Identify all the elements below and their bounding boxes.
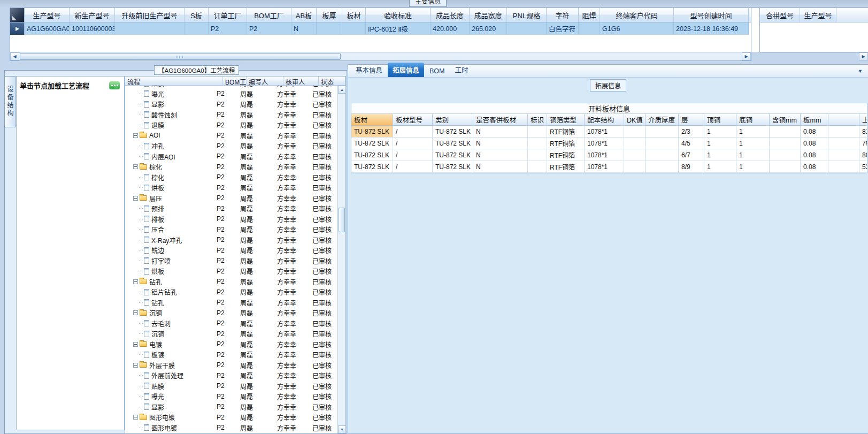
tree-row[interactable]: 铝片钻孔P2周磊方幸幸已审核 <box>125 287 337 298</box>
tree-row[interactable]: 烘板P2周磊方幸幸已审核 <box>125 182 337 193</box>
material-cell[interactable]: 1 <box>704 138 736 149</box>
material-cell[interactable]: 80 <box>859 149 867 161</box>
material-cell[interactable] <box>770 126 801 138</box>
column-header[interactable]: 合拼型号 <box>760 8 800 22</box>
tree-row[interactable]: 压合P2周磊方幸幸已审核 <box>125 224 337 235</box>
material-column-header[interactable]: 介质厚度 <box>646 114 679 126</box>
material-cell[interactable]: 4/5 <box>679 138 704 149</box>
material-column-header[interactable]: 类别 <box>433 114 473 126</box>
column-header[interactable]: 订单工厂 <box>209 8 247 22</box>
column-header[interactable]: PNL规格 <box>507 8 547 22</box>
tree-row[interactable]: 棕化P2周磊方幸幸已审核 <box>125 162 337 172</box>
material-column-header[interactable]: 顶铜 <box>704 114 736 126</box>
material-cell[interactable]: / <box>393 161 433 173</box>
grid-cell[interactable]: 白色字符 <box>547 22 579 35</box>
material-cell[interactable]: 1 <box>736 138 770 149</box>
material-cell[interactable] <box>646 161 679 173</box>
material-cell[interactable]: N <box>473 138 528 149</box>
tree-row[interactable]: 沉铜P2周磊方幸幸已审核 <box>125 308 337 318</box>
material-cell[interactable] <box>828 126 859 138</box>
material-cell[interactable]: 0.08 <box>801 149 828 161</box>
material-cell[interactable]: TU-872 SLK <box>351 126 393 138</box>
material-cell[interactable]: 0.08 <box>801 126 828 138</box>
collapse-icon[interactable] <box>133 363 138 368</box>
column-header[interactable]: 验收标准 <box>366 8 431 22</box>
grid-corner-select-all-icon[interactable] <box>10 8 25 22</box>
material-column-header[interactable] <box>828 114 859 126</box>
column-header[interactable]: 升级前旧生产型号 <box>115 8 185 22</box>
material-column-header[interactable]: 上 <box>859 114 867 126</box>
grid-cell[interactable] <box>317 22 342 35</box>
section-label-tab[interactable]: 拓展信息 <box>590 79 626 92</box>
material-cell[interactable]: TU-872 SLK <box>351 161 393 173</box>
grid-cell[interactable]: N <box>291 22 317 35</box>
tree-row[interactable]: 贴膜P2周磊方幸幸已审核 <box>125 381 337 392</box>
tab-拓展信息[interactable]: 拓展信息 <box>388 63 424 77</box>
material-cell[interactable] <box>828 149 859 161</box>
grid-cell[interactable]: IPC-6012 Ⅱ级 <box>366 22 431 35</box>
material-cell[interactable]: N <box>473 126 528 138</box>
grid-cell[interactable]: P2 <box>247 22 291 35</box>
material-cell[interactable]: / <box>393 149 433 161</box>
material-cell[interactable]: TU-872 SLK <box>433 149 473 161</box>
grid-cell[interactable]: G1G6 <box>600 22 674 35</box>
tree-row[interactable]: 排板P2周磊方幸幸已审核 <box>125 214 337 225</box>
material-cell[interactable]: TU-872 SLK <box>433 138 473 149</box>
grid-cell[interactable]: 265.020 <box>470 22 507 35</box>
collapse-icon[interactable] <box>133 342 138 347</box>
collapse-icon[interactable] <box>133 133 138 138</box>
material-cell[interactable]: 1078*1 <box>585 161 624 173</box>
material-cell[interactable] <box>770 149 801 161</box>
tree-row[interactable]: 沉铜P2周磊方幸幸已审核 <box>125 329 337 339</box>
table-row[interactable]: TU-872 SLK/TU-872 SLKNRTF铜箔1078*14/5110.… <box>351 138 867 149</box>
tree-row[interactable]: 钻孔P2周磊方幸幸已审核 <box>125 277 337 287</box>
material-cell[interactable]: 79 <box>859 138 867 149</box>
tree-row[interactable]: 钻孔P2周磊方幸幸已审核 <box>125 298 337 308</box>
material-column-header[interactable]: 板材型号 <box>393 114 433 126</box>
material-cell[interactable]: 2/3 <box>679 126 704 138</box>
tree-row[interactable]: 内层AOIP2周磊方幸幸已审核 <box>125 151 337 162</box>
tree-row[interactable]: 显影P2周磊方幸幸已审核 <box>125 402 337 413</box>
node-hint-box[interactable]: 单击节点加载工艺流程 <box>16 76 125 430</box>
tree-row[interactable]: 去毛刺P2周磊方幸幸已审核 <box>125 318 337 329</box>
material-cell[interactable] <box>646 126 679 138</box>
material-cell[interactable] <box>624 149 646 161</box>
grid-cell[interactable]: 10011060000366 <box>70 22 115 35</box>
material-cell[interactable]: TU-872 SLK <box>351 149 393 161</box>
vscroll-thumb[interactable] <box>339 208 345 232</box>
material-cell[interactable] <box>624 138 646 149</box>
material-column-header[interactable]: 配本结构 <box>585 114 624 126</box>
collapse-icon[interactable] <box>133 196 138 201</box>
grid-cell[interactable]: AG1G600GA0 <box>25 22 70 35</box>
material-cell[interactable] <box>528 149 547 161</box>
tree-row[interactable]: AOIP2周磊方幸幸已审核 <box>125 131 337 141</box>
column-header[interactable]: 成品长度 <box>431 8 470 22</box>
column-header[interactable]: S板 <box>185 8 209 22</box>
tree-row[interactable]: 烘板P2周磊方幸幸已审核 <box>125 266 337 277</box>
tree-row[interactable]: 打字喷P2周磊方幸幸已审核 <box>125 256 337 267</box>
collapse-icon[interactable] <box>133 164 138 169</box>
material-cell[interactable] <box>528 126 547 138</box>
scroll-right-icon[interactable]: ▶ <box>742 52 751 60</box>
scroll-down-icon[interactable]: ▼ <box>338 425 346 433</box>
tree-column-header[interactable]: 核审人 <box>283 77 319 85</box>
scroll-left-icon[interactable]: ◀ <box>10 52 19 60</box>
main-grid-hscrollbar[interactable]: ◀ ▶ <box>10 52 751 60</box>
column-header[interactable]: AB板 <box>291 8 317 22</box>
material-cell[interactable] <box>828 161 859 173</box>
material-cell[interactable]: N <box>473 161 528 173</box>
tree-row[interactable]: 曝光P2周磊方幸幸已审核 <box>125 391 337 402</box>
material-column-header[interactable]: 板材 <box>351 114 393 126</box>
tree-row[interactable]: 冲孔P2周磊方幸幸已审核 <box>125 141 337 151</box>
material-cell[interactable]: / <box>393 138 433 149</box>
material-cell[interactable]: 6/7 <box>679 149 704 161</box>
material-cell[interactable]: 8/9 <box>679 161 704 173</box>
material-cell[interactable]: 1 <box>704 126 736 138</box>
tab-基本信息[interactable]: 基本信息 <box>351 63 387 77</box>
tree-row[interactable]: 碱性蚀刻P2周磊方幸幸已审核 <box>125 433 337 433</box>
material-cell[interactable] <box>770 138 801 149</box>
column-header[interactable]: 字符 <box>547 8 579 22</box>
material-column-header[interactable]: DK值 <box>624 114 646 126</box>
material-cell[interactable]: 1078*1 <box>585 149 624 161</box>
column-header[interactable]: BOM工厂 <box>247 8 291 22</box>
